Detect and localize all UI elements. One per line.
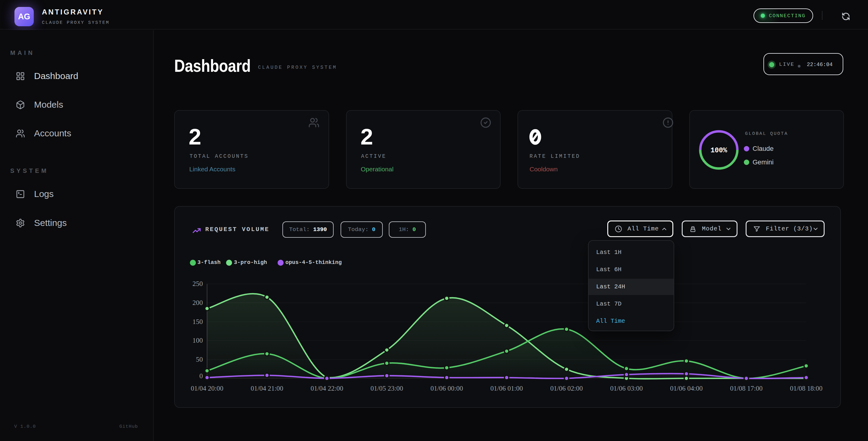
svg-text:01/04 21:00: 01/04 21:00 <box>251 385 283 392</box>
svg-text:150: 150 <box>193 318 203 325</box>
svg-text:0: 0 <box>199 372 203 380</box>
svg-text:01/05 23:00: 01/05 23:00 <box>370 385 403 392</box>
svg-text:01/04 22:00: 01/04 22:00 <box>311 385 343 392</box>
svg-text:01/06 00:00: 01/06 00:00 <box>430 385 463 392</box>
svg-text:01/06 02:00: 01/06 02:00 <box>550 385 583 392</box>
svg-text:01/04 20:00: 01/04 20:00 <box>191 385 223 392</box>
svg-text:100%: 100% <box>710 147 727 154</box>
svg-text:200: 200 <box>193 299 203 306</box>
svg-text:100: 100 <box>193 336 203 344</box>
svg-text:01/06 03:00: 01/06 03:00 <box>610 385 643 392</box>
svg-text:01/08 18:00: 01/08 18:00 <box>790 385 823 392</box>
svg-text:50: 50 <box>196 356 203 363</box>
svg-text:250: 250 <box>193 280 203 288</box>
svg-text:01/08 17:00: 01/08 17:00 <box>730 385 763 392</box>
svg-text:01/06 01:00: 01/06 01:00 <box>490 385 523 392</box>
svg-text:01/06 04:00: 01/06 04:00 <box>670 385 703 392</box>
